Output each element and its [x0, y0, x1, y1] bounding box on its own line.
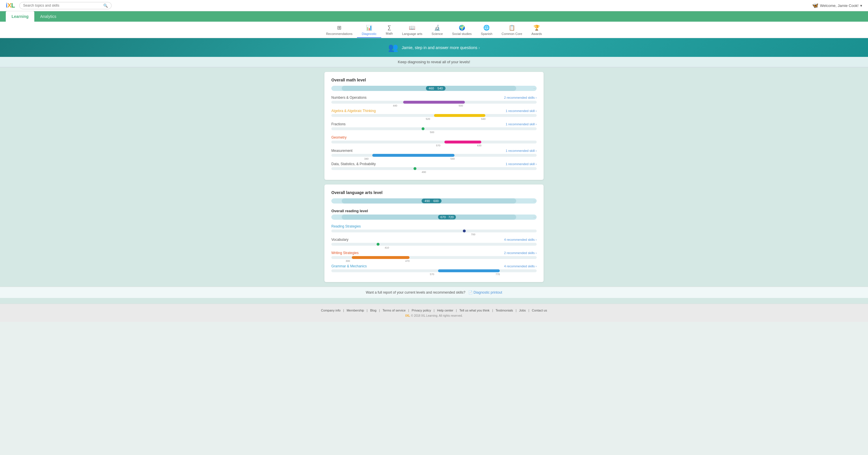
spanish-icon: 🌐 [483, 25, 490, 31]
user-greeting: Welcome, Jamie Cook! [820, 3, 859, 8]
nav-learning[interactable]: Learning [6, 11, 34, 22]
footer-contact[interactable]: Contact us [532, 309, 547, 312]
page-wrapper: 👥 Jamie, step in and answer more questio… [0, 38, 868, 304]
math-icon: ∑ [388, 25, 391, 31]
la-overall-high: 600 [433, 199, 439, 203]
skill-header-geometry: Geometry [331, 135, 537, 139]
skill-bar-algebra: 520 640 [331, 114, 537, 117]
recommendations-icon: ⊞ [337, 25, 341, 31]
subnav-spanish[interactable]: 🌐 Spanish [476, 23, 497, 38]
skill-header-fractions: Fractions 1 recommended skill › [331, 122, 537, 126]
hero-link[interactable]: › [478, 45, 480, 50]
subnav-recommendations-label: Recommendations [326, 32, 353, 35]
footer: Company info | Membership | Blog | Terms… [0, 304, 868, 322]
skill-row-writing-strategies: Writing Strategies 2 recommended skills … [331, 251, 537, 259]
search-input[interactable] [23, 3, 101, 7]
skill-name-reading-strategies: Reading Strategies [331, 224, 361, 228]
skill-name-writing-strategies: Writing Strategies [331, 251, 359, 255]
recommended-data-stats[interactable]: 1 recommended skill › [505, 162, 537, 166]
skill-bar-numbers: 440 500 [331, 101, 537, 104]
diagnostic-printout-link[interactable]: 📄 Diagnostic printout [468, 290, 502, 294]
subnav-diagnostic[interactable]: 📊 Diagnostic [357, 23, 381, 38]
sub-nav: ⊞ Recommendations 📊 Diagnostic ∑ Math 📖 … [0, 22, 868, 38]
recommended-grammar[interactable]: 4 recommended skills › [504, 264, 537, 268]
subnav-common-core-label: Common Core [501, 32, 522, 35]
subnav-spanish-label: Spanish [481, 32, 493, 35]
dropdown-arrow: ▾ [860, 3, 862, 8]
recommended-numbers[interactable]: 2 recommended skills › [504, 96, 537, 99]
skill-header-numbers: Numbers & Operations 2 recommended skill… [331, 95, 537, 99]
science-icon: 🔬 [434, 25, 440, 31]
skill-header-grammar: Grammar & Mechanics 4 recommended skills… [331, 264, 537, 268]
skill-row-algebra: Algebra & Algebraic Thinking 1 recommend… [331, 109, 537, 117]
skill-name-vocabulary: Vocabulary [331, 237, 348, 241]
search-bar[interactable]: 🔍 [19, 2, 112, 9]
subnav-awards[interactable]: 🏆 Awards [527, 23, 547, 38]
logo: iXL [6, 2, 15, 9]
recommended-fractions[interactable]: 1 recommended skill › [505, 122, 537, 126]
footer-links-row: Company info | Membership | Blog | Terms… [5, 309, 863, 312]
skill-name-fractions: Fractions [331, 122, 345, 126]
footer-blog[interactable]: Blog [370, 309, 376, 312]
footer-jobs[interactable]: Jobs [519, 309, 526, 312]
recommended-vocabulary[interactable]: 4 recommended skills › [504, 238, 537, 241]
awards-icon: 🏆 [533, 25, 540, 31]
la-bar-end: ··· [533, 199, 535, 202]
reading-low: 670 [440, 216, 445, 219]
footer-terms[interactable]: Terms of service [382, 309, 405, 312]
skill-name-measurement: Measurement [331, 149, 352, 153]
footer-privacy[interactable]: Privacy policy [412, 309, 431, 312]
recommended-writing-strategies[interactable]: 2 recommended skills › [504, 251, 537, 255]
subnav-diagnostic-label: Diagnostic [362, 32, 376, 35]
footer-company-info[interactable]: Company info [321, 309, 341, 312]
top-bar: iXL 🔍 🦋 Welcome, Jamie Cook! ▾ [0, 0, 868, 11]
subnav-social-studies[interactable]: 🌍 Social studies [447, 23, 476, 38]
subnav-common-core[interactable]: 📋 Common Core [497, 23, 527, 38]
math-card: Overall math level 460 540 ··· Numbers &… [324, 72, 544, 180]
search-icon: 🔍 [103, 3, 108, 8]
skill-row-data-stats: Data, Statistics, & Probability 1 recomm… [331, 162, 537, 170]
math-overall-low: 460 [429, 87, 434, 90]
overall-math-bar: 460 540 ··· [331, 86, 537, 91]
subnav-science-label: Science [432, 32, 443, 35]
skill-bar-writing-strategies: 300 470 [331, 256, 537, 259]
subnav-math-label: Math [386, 32, 393, 35]
hero-text: Jamie, step in and answer more questions… [402, 45, 480, 50]
skill-row-reading-strategies: Reading Strategies 700 [331, 224, 537, 232]
keep-diagnosing-bar: Keep diagnosing to reveal all of your le… [0, 57, 868, 67]
footer-membership[interactable]: Membership [347, 309, 364, 312]
language-arts-icon: 📖 [409, 25, 415, 31]
skill-row-geometry: Geometry 570 630 [331, 135, 537, 143]
reading-high: 720 [448, 216, 454, 219]
skill-header-data-stats: Data, Statistics, & Probability 1 recomm… [331, 162, 537, 166]
skill-header-writing-strategies: Writing Strategies 2 recommended skills … [331, 251, 537, 255]
subnav-recommendations[interactable]: ⊞ Recommendations [321, 23, 357, 38]
footer-testimonials[interactable]: Testimonials [496, 309, 513, 312]
math-overall-high: 540 [437, 87, 443, 90]
la-card-title: Overall language arts level [331, 190, 537, 195]
skill-bar-reading-strategies: 700 [331, 229, 537, 232]
recommended-algebra[interactable]: 1 recommended skill › [505, 109, 537, 113]
skill-row-fractions: Fractions 1 recommended skill › 500 [331, 122, 537, 130]
skill-row-vocabulary: Vocabulary 4 recommended skills › 410 [331, 237, 537, 246]
footer-feedback[interactable]: Tell us what you think [459, 309, 490, 312]
skill-bar-fractions: 500 [331, 127, 537, 130]
subnav-awards-label: Awards [531, 32, 542, 35]
math-card-title: Overall math level [331, 78, 537, 82]
skill-bar-data-stats: 490 [331, 167, 537, 170]
footer-help[interactable]: Help center [437, 309, 453, 312]
subnav-language-arts[interactable]: 📖 Language arts [397, 23, 427, 38]
hero-banner[interactable]: 👥 Jamie, step in and answer more questio… [0, 38, 868, 57]
recommended-measurement[interactable]: 1 recommended skill › [505, 149, 537, 152]
la-card: Overall language arts level 490 600 ··· … [324, 184, 544, 282]
printout-bar: Want a full report of your current level… [0, 287, 868, 298]
subnav-math[interactable]: ∑ Math [381, 23, 397, 38]
user-info[interactable]: 🦋 Welcome, Jamie Cook! ▾ [812, 2, 862, 9]
skill-row-grammar: Grammar & Mechanics 4 recommended skills… [331, 264, 537, 272]
skill-bar-grammar: 570 770 [331, 269, 537, 272]
skill-header-reading-strategies: Reading Strategies [331, 224, 537, 228]
nav-analytics[interactable]: Analytics [34, 11, 62, 22]
main-nav: Learning Analytics [0, 11, 868, 22]
diagnostic-icon: 📊 [366, 25, 372, 31]
subnav-science[interactable]: 🔬 Science [427, 23, 447, 38]
